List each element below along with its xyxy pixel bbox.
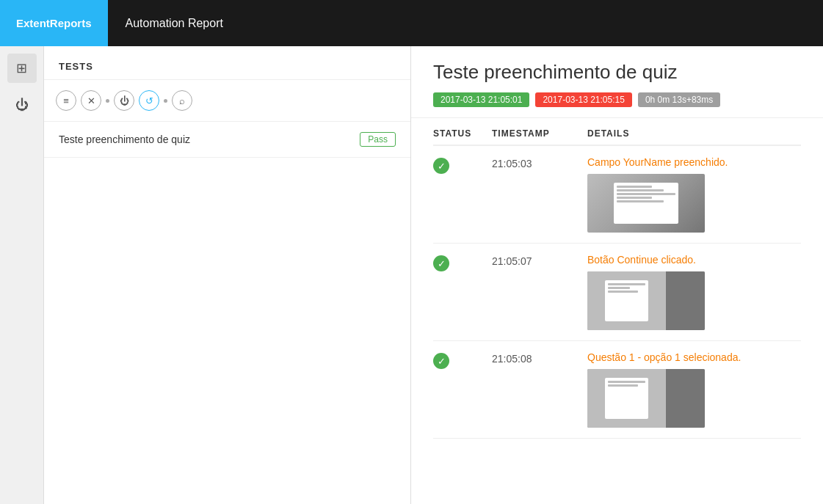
- log-screenshot-1[interactable]: [587, 174, 705, 233]
- doc-line: [608, 291, 638, 293]
- log-timestamp-1: 21:05:03: [492, 156, 587, 169]
- log-row: ✓ 21:05:08 Questão 1 - opção 1 seleciona…: [433, 341, 801, 439]
- log-screenshot-3[interactable]: [587, 369, 705, 428]
- screenshot-split-right-2: [666, 271, 705, 330]
- screenshot-inner-1: [587, 174, 705, 233]
- screenshot-doc-2: [605, 280, 648, 321]
- log-details-1: Campo YourName preenchido.: [587, 156, 801, 233]
- doc-line: [608, 381, 645, 383]
- filter-separator-1: [106, 99, 109, 103]
- log-timestamp-3: 21:05:08: [492, 351, 587, 365]
- doc-line: [608, 283, 645, 285]
- screenshot-split-3: [587, 369, 705, 428]
- pass-icon-1: ✓: [433, 158, 449, 174]
- test-pass-badge: Pass: [360, 132, 396, 147]
- details-col-header: DETAILS: [587, 128, 801, 139]
- status-col-header: STATUS: [433, 128, 492, 139]
- pass-icon-2: ✓: [433, 255, 449, 271]
- doc-line: [617, 197, 652, 199]
- doc-line: [617, 189, 664, 191]
- timestamp-col-header: TIMESTAMP: [492, 128, 587, 139]
- test-item-name: Teste preenchimento de quiz: [59, 134, 190, 145]
- right-panel: Teste preenchimento de quiz 2017-03-13 2…: [411, 46, 823, 504]
- right-panel-header: Teste preenchimento de quiz 2017-03-13 2…: [411, 46, 823, 118]
- log-status-1: ✓: [433, 156, 492, 174]
- badges-row: 2017-03-13 21:05:01 2017-03-13 21:05:15 …: [433, 92, 801, 107]
- filter-bar: ≡ ✕ ⏻ ↺ ⌕: [44, 80, 410, 122]
- log-details-3: Questão 1 - opção 1 selecionada.: [587, 351, 801, 428]
- doc-line: [617, 193, 675, 195]
- log-table: STATUS TIMESTAMP DETAILS ✓ 21:05:03 Camp…: [411, 118, 823, 504]
- doc-line: [608, 287, 630, 289]
- pass-icon-3: ✓: [433, 353, 449, 369]
- duration-badge: 0h 0m 13s+83ms: [638, 92, 720, 107]
- tests-header: TESTS: [44, 46, 410, 80]
- close-filter-icon[interactable]: ✕: [81, 90, 101, 111]
- screenshot-split-2: [587, 271, 705, 330]
- log-table-header: STATUS TIMESTAMP DETAILS: [433, 118, 801, 146]
- log-row: ✓ 21:05:03 Campo YourName preenchido.: [433, 146, 801, 244]
- sidebar-icons: ⊞ ⏻: [0, 46, 44, 504]
- doc-line: [617, 186, 652, 188]
- doc-line: [617, 200, 664, 202]
- doc-line: [608, 384, 638, 387]
- log-timestamp-2: 21:05:07: [492, 254, 587, 267]
- nav-title: Automation Report: [108, 17, 241, 30]
- start-time-badge: 2017-03-13 21:05:01: [433, 92, 529, 107]
- screenshot-split-right-3: [666, 369, 705, 428]
- screenshot-doc-1: [614, 183, 678, 224]
- log-status-3: ✓: [433, 351, 492, 369]
- filter-separator-2: [164, 99, 167, 103]
- end-time-badge: 2017-03-13 21:05:15: [535, 92, 631, 107]
- search-filter-icon[interactable]: ⌕: [172, 90, 192, 111]
- test-list: Teste preenchimento de quiz Pass: [44, 122, 410, 504]
- log-status-2: ✓: [433, 254, 492, 271]
- test-item[interactable]: Teste preenchimento de quiz Pass: [44, 122, 410, 158]
- top-nav: ExtentReports Automation Report: [0, 0, 823, 46]
- test-title: Teste preenchimento de quiz: [433, 61, 801, 84]
- refresh-filter-icon[interactable]: ↺: [139, 90, 159, 111]
- log-text-2: Botão Continue clicado.: [587, 254, 801, 266]
- log-screenshot-2[interactable]: [587, 271, 705, 330]
- power-filter-icon[interactable]: ⏻: [114, 90, 134, 111]
- log-row: ✓ 21:05:07 Botão Continue clicado.: [433, 244, 801, 341]
- dashboard-icon-button[interactable]: ⊞: [7, 54, 37, 83]
- settings-icon-button[interactable]: ⏻: [7, 90, 37, 120]
- log-details-2: Botão Continue clicado.: [587, 254, 801, 330]
- log-text-3: Questão 1 - opção 1 selecionada.: [587, 351, 801, 363]
- screenshot-doc-3: [605, 378, 648, 419]
- screenshot-split-left-2: [587, 271, 666, 330]
- brand-logo[interactable]: ExtentReports: [0, 0, 108, 46]
- main-layout: ⊞ ⏻ TESTS ≡ ✕ ⏻ ↺ ⌕ Teste preenchimento …: [0, 46, 823, 504]
- screenshot-split-left-3: [587, 369, 666, 428]
- left-panel: TESTS ≡ ✕ ⏻ ↺ ⌕ Teste preenchimento de q…: [44, 46, 411, 504]
- list-filter-icon[interactable]: ≡: [56, 90, 76, 111]
- log-text-1: Campo YourName preenchido.: [587, 156, 801, 168]
